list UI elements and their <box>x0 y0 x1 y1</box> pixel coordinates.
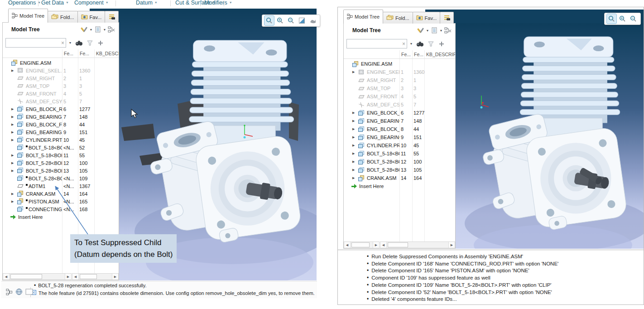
tree-row[interactable]: ▶ENGINE_SKEL.PRT11360 <box>3 67 119 74</box>
scroll-left-icon[interactable]: ◀ <box>344 242 351 248</box>
expand-arrow-icon[interactable]: ▶ <box>11 200 17 203</box>
tree-row[interactable]: ▶ENG_BEARING.PF9151 <box>344 133 455 141</box>
expand-arrow-icon[interactable]: ▶ <box>11 192 17 196</box>
zoom-out-icon[interactable] <box>629 14 638 24</box>
tree-row[interactable]: BOLT_5-18<BOL<N...52 <box>3 144 119 151</box>
tree-row[interactable]: ▶CRANK.ASM14164 <box>344 174 455 182</box>
tree-row[interactable]: ▶ENGINE_SKEL.PRT11360 <box>344 68 455 76</box>
tree-tools-icon[interactable] <box>416 26 425 35</box>
column-header[interactable]: KB_DESCRIP <box>424 50 455 58</box>
expand-arrow-icon[interactable]: ▶ <box>352 160 358 164</box>
tree-row[interactable]: ▶ENG_BEARING.PF7148 <box>3 113 119 121</box>
scroll-right-icon[interactable]: ▶ <box>448 242 455 248</box>
chevron-down-icon[interactable]: ▼ <box>102 28 107 31</box>
saved-views-icon[interactable] <box>308 16 317 25</box>
tree-row[interactable]: CONNECTING_R<N...168 <box>3 205 119 213</box>
tree-row[interactable]: ▶CYLINDER.PRT1045 <box>3 136 119 144</box>
tree-row[interactable]: ASM_RIGHT21 <box>3 74 119 82</box>
column-header[interactable]: Fe... <box>62 49 78 58</box>
insert-here-row[interactable]: Insert Here <box>344 182 455 190</box>
tab-favorites[interactable]: Fav... <box>413 12 441 24</box>
model-tree-toggle-icon[interactable] <box>6 289 13 296</box>
tree-search-input[interactable] <box>6 40 61 46</box>
expand-arrow-icon[interactable]: ▶ <box>352 176 358 180</box>
scroll-right-icon[interactable]: ▶ <box>373 242 379 248</box>
tree-row[interactable]: ADTM1<N...1367 <box>3 182 119 190</box>
tree-row[interactable]: ▶BOLT_5-28<BOLT13105 <box>344 166 455 174</box>
tree-report-icon[interactable] <box>93 25 102 34</box>
tree-row[interactable]: ENGINE.ASM <box>344 60 455 68</box>
tree-row[interactable]: ▶BOLT_5-18<BOLT1155 <box>344 150 455 158</box>
scroll-right-icon[interactable]: ▶ <box>112 274 118 280</box>
tree-row[interactable]: BOLT_5-28<BOL<N...109 <box>3 174 119 182</box>
refit-icon[interactable] <box>297 16 307 25</box>
column-header[interactable]: Fe... <box>78 49 94 58</box>
find-binoculars-icon[interactable] <box>415 39 424 48</box>
tree-row[interactable]: ASM_FRONT45 <box>3 90 119 97</box>
tree-row[interactable]: ▶ENG_BEARING.PF9151 <box>3 128 119 136</box>
expand-arrow-icon[interactable]: ▶ <box>11 107 17 111</box>
expand-arrow-icon[interactable]: ▶ <box>352 70 358 74</box>
tree-hscrollbar[interactable]: ◀ ▶ <box>344 241 380 248</box>
expand-arrow-icon[interactable]: ▶ <box>11 169 17 173</box>
expand-arrow-icon[interactable]: ▶ <box>352 168 358 172</box>
tree-row[interactable]: ▶CYLINDER.PRT1045 <box>344 141 455 150</box>
tree-row[interactable]: ASM_TOP33 <box>344 84 455 92</box>
scroll-left-icon[interactable]: ◀ <box>72 274 79 280</box>
right-3d-viewport[interactable] <box>456 23 644 249</box>
tab-favorites[interactable]: Fav... <box>77 11 106 23</box>
tree-search-input[interactable] <box>347 41 402 47</box>
tab-folder-browser[interactable]: Fold... <box>383 12 413 24</box>
tree-row[interactable]: ▶BOLT_5-18<BOLT1155 <box>3 151 119 159</box>
tree-row[interactable]: ASM_TOP33 <box>3 82 119 90</box>
scroll-right-icon[interactable]: ▶ <box>65 274 71 280</box>
tab-search-history[interactable] <box>105 11 119 23</box>
tab-model-tree[interactable]: Model Tree <box>343 10 383 24</box>
tree-row[interactable]: ENGINE.ASM <box>3 59 119 67</box>
ribbon-group-operations[interactable]: Operations▼ <box>8 0 41 7</box>
tree-hscrollbar[interactable]: ◀ ▶ <box>3 273 72 280</box>
tree-row[interactable]: ▶BOLT_5-28<BOLT13105 <box>3 167 119 174</box>
expand-arrow-icon[interactable]: ▶ <box>352 119 358 123</box>
tree-display-filter-icon[interactable] <box>443 26 452 35</box>
tree-report-icon[interactable] <box>430 26 439 35</box>
column-header[interactable]: Fe... <box>399 50 412 58</box>
zoom-window-icon[interactable] <box>607 14 616 24</box>
chevron-down-icon[interactable]: ▼ <box>439 29 443 32</box>
add-column-icon[interactable] <box>437 39 446 48</box>
columns-hscrollbar[interactable]: ◀ ▶ <box>380 241 455 248</box>
clear-search-icon[interactable]: × <box>61 40 66 46</box>
tree-row[interactable]: ▶BOLT_5-28<BOLT12100 <box>3 159 119 167</box>
zoom-window-icon[interactable] <box>264 16 274 25</box>
expand-arrow-icon[interactable]: ▶ <box>352 127 358 131</box>
column-header[interactable]: Fe... <box>412 50 424 58</box>
scroll-left-icon[interactable]: ◀ <box>380 242 387 248</box>
add-column-icon[interactable] <box>96 39 105 48</box>
expand-arrow-icon[interactable]: ▶ <box>11 69 17 72</box>
expand-arrow-icon[interactable]: ▶ <box>11 154 17 157</box>
tree-row[interactable]: ASM_DEF_CSYS57 <box>3 97 119 105</box>
insert-here-row[interactable]: Insert Here <box>3 213 119 221</box>
filter-funnel-icon[interactable] <box>426 39 435 48</box>
expand-arrow-icon[interactable]: ▶ <box>11 138 17 142</box>
scroll-left-icon[interactable]: ◀ <box>3 274 10 280</box>
find-binoculars-icon[interactable] <box>74 39 83 48</box>
zoom-out-icon[interactable] <box>286 16 296 25</box>
tree-display-filter-icon[interactable] <box>107 25 116 34</box>
tree-row[interactable]: ASM_DEF_CSYS57 <box>344 101 455 109</box>
chevron-down-icon[interactable]: ▼ <box>409 42 413 45</box>
filter-funnel-icon[interactable] <box>85 39 94 48</box>
tree-row[interactable]: ASM_RIGHT21 <box>344 76 455 84</box>
tree-row[interactable]: ▶CRANK.ASM14164 <box>3 190 119 198</box>
tree-row[interactable]: ▶ENG_BLOCK_REA61277 <box>3 105 119 113</box>
tree-row[interactable]: ▶PISTON.ASM<N...165 <box>3 198 119 205</box>
tree-row[interactable]: ASM_FRONT45 <box>344 92 455 101</box>
tree-row[interactable]: ▶ENG_BEARING.PF7148 <box>344 117 455 125</box>
expand-arrow-icon[interactable]: ▶ <box>352 152 358 155</box>
tab-folder-browser[interactable]: Fold... <box>48 11 78 23</box>
tree-tools-icon[interactable] <box>80 25 89 34</box>
expand-arrow-icon[interactable]: ▶ <box>352 144 358 147</box>
ribbon-group-get-data[interactable]: Get Data▼ <box>41 0 69 7</box>
expand-arrow-icon[interactable]: ▶ <box>11 161 17 165</box>
ribbon-group-datum[interactable]: Datum▼ <box>136 0 158 7</box>
